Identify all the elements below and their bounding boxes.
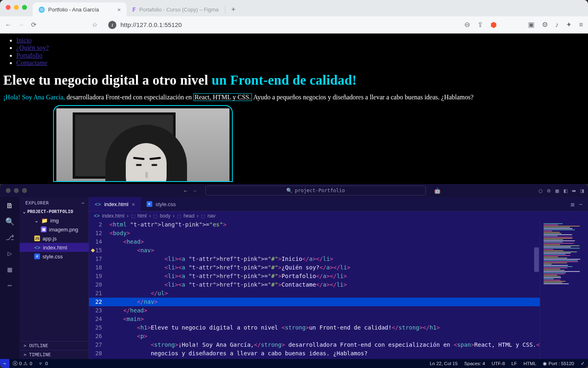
- code-line[interactable]: 23 </head>: [89, 306, 588, 315]
- url-bar[interactable]: i http://127.0.0.1:55120: [108, 21, 458, 29]
- bookmark-icon[interactable]: ☆: [92, 21, 98, 29]
- code-line[interactable]: 28 negocios y diseñadores a llevar a cab…: [89, 349, 588, 358]
- nav-quien[interactable]: ¿Quién soy?: [16, 44, 49, 51]
- tab-divider: [225, 6, 225, 13]
- outline-section[interactable]: > OUTLINE: [20, 341, 89, 350]
- minimap[interactable]: [540, 220, 588, 359]
- status-encoding[interactable]: UTF-8: [488, 361, 508, 366]
- code-line[interactable]: 19 <li><a "t-attr">href"t-pink">="#">Por…: [89, 272, 588, 280]
- url-text: http://127.0.0.1:55120: [120, 21, 182, 28]
- copilot-icon[interactable]: 🤖: [434, 188, 441, 194]
- breadcrumb[interactable]: <> index.html › ⬚html › ⬚body › ⬚head › …: [89, 211, 588, 220]
- search-icon[interactable]: 🔍: [5, 217, 14, 226]
- new-tab-button[interactable]: +: [226, 2, 241, 17]
- tree-file-indexhtml[interactable]: <> index.html: [20, 243, 89, 252]
- command-center[interactable]: 🔍 project-Portfolio: [205, 186, 426, 195]
- source-control-icon[interactable]: ⎇: [6, 233, 14, 242]
- account-icon[interactable]: ◯: [539, 187, 542, 194]
- site-info-icon[interactable]: i: [108, 21, 116, 29]
- code-line[interactable]: 20 <li><a "t-attr">href"t-pink">="#">Con…: [89, 280, 588, 289]
- nav-inicio[interactable]: Inicio: [16, 37, 31, 44]
- share-icon[interactable]: ⇪: [477, 20, 483, 29]
- extensions-icon[interactable]: ⚙: [542, 20, 548, 29]
- remote-indicator[interactable]: ⌁: [0, 359, 9, 368]
- back-button[interactable]: ←: [5, 21, 11, 29]
- tree-folder-img[interactable]: ⌄ 📁 img: [20, 216, 89, 225]
- code-line[interactable]: 24 <main>: [89, 315, 588, 323]
- close-icon[interactable]: ×: [131, 201, 135, 208]
- code-line[interactable]: 15 <nav>: [89, 246, 588, 255]
- layout-customizer-icon[interactable]: ▦: [555, 187, 559, 194]
- code-line[interactable]: 25 <h1>Eleve tu negocio digital a otro n…: [89, 323, 588, 332]
- extensions-icon[interactable]: ▦: [8, 265, 12, 274]
- code-line[interactable]: 27 <strong>¡Hola! Soy Ana García,</stron…: [89, 341, 588, 349]
- project-root[interactable]: ⌄ PROJECT-PORTFOLIO: [20, 207, 89, 216]
- browser-tab-portfolio[interactable]: 🌐 Portfolio - Ana García ×: [33, 2, 127, 16]
- code-line[interactable]: 12<body>: [89, 229, 588, 238]
- window-zoom-icon[interactable]: [22, 188, 27, 193]
- more-icon[interactable]: ⋯: [579, 201, 582, 207]
- window-minimize-icon[interactable]: [14, 188, 19, 193]
- explorer-icon[interactable]: 🗎: [6, 201, 13, 210]
- browser-tab-figma[interactable]: 𝔽 Portafolio - Curso (Copy) – Figma: [127, 2, 224, 16]
- code-editor[interactable]: 2<html "t-attr">lang"t-pink">="es">12<bo…: [89, 220, 588, 359]
- menu-icon[interactable]: ≡: [579, 21, 583, 29]
- file-tree: ⌄ 📁 img ▣ imagem.png JS app.js <> index.…: [20, 216, 89, 261]
- editor-tab-style[interactable]: # style.css: [141, 197, 182, 211]
- reload-button[interactable]: ⟳: [31, 21, 36, 29]
- layout-bottom-icon[interactable]: ▬: [572, 187, 575, 194]
- browser-tab-bar: 🌐 Portfolio - Ana García × 𝔽 Portafolio …: [0, 0, 588, 16]
- close-icon[interactable]: ×: [117, 6, 121, 13]
- settings-icon[interactable]: ⚙: [547, 187, 550, 194]
- tree-file-stylecss[interactable]: # style.css: [20, 252, 89, 261]
- webpage-content: Inicio ¿Quién soy? Portafolio Contactame…: [0, 34, 588, 184]
- layout-right-icon[interactable]: ◨: [581, 187, 584, 194]
- window-close-icon[interactable]: [6, 188, 11, 193]
- zoom-icon[interactable]: ⊖: [464, 20, 470, 29]
- media-icon[interactable]: ♪: [555, 21, 559, 29]
- run-debug-icon[interactable]: ▷: [8, 249, 12, 258]
- code-line[interactable]: 14 <head>: [89, 238, 588, 246]
- status-spaces[interactable]: Spaces: 4: [461, 361, 488, 366]
- explorer-label: EXPLORER: [25, 200, 49, 206]
- css-file-icon: #: [34, 254, 40, 259]
- tab-label: style.css: [156, 201, 176, 207]
- css-file-icon: #: [147, 201, 152, 207]
- rewards-icon[interactable]: ✦: [566, 20, 572, 29]
- code-line[interactable]: 22 </nav>: [89, 298, 588, 306]
- code-line[interactable]: 26 <p>: [89, 332, 588, 341]
- code-line[interactable]: 2<html "t-attr">lang"t-pink">="es">: [89, 220, 588, 229]
- nav-forward-icon[interactable]: →: [193, 187, 196, 194]
- brave-shield-icon[interactable]: ⬢: [490, 20, 497, 29]
- window-minimize-icon[interactable]: [14, 5, 19, 10]
- nav-portafolio[interactable]: Portafolio: [16, 52, 42, 59]
- tree-file-imagem[interactable]: ▣ imagem.png: [20, 225, 89, 234]
- split-editor-icon[interactable]: ▥: [571, 201, 574, 207]
- status-notifications[interactable]: ✓: [577, 361, 588, 366]
- status-lang[interactable]: HTML: [520, 361, 539, 366]
- nav-contactame[interactable]: Contactame: [16, 59, 47, 66]
- status-liveserver[interactable]: ◉ Port : 55120: [539, 361, 577, 366]
- status-cursor[interactable]: Ln 22, Col 15: [426, 361, 461, 366]
- code-line[interactable]: 21 </ul>: [89, 289, 588, 298]
- more-icon[interactable]: ⋯: [8, 281, 12, 289]
- code-line[interactable]: 18 <li><a "t-attr">href"t-pink">="#">¿Qu…: [89, 263, 588, 272]
- editor-tab-index[interactable]: <> index.html ×: [89, 197, 141, 211]
- scrollbar-thumb[interactable]: [534, 247, 539, 272]
- window-zoom-icon[interactable]: [22, 5, 27, 10]
- status-problems[interactable]: ⓧ0 ⚠0: [9, 361, 36, 367]
- explorer-sidebar: EXPLORER ⋯ ⌄ PROJECT-PORTFOLIO ⌄ 📁 img ▣…: [20, 197, 89, 359]
- code-line[interactable]: 17 <li><a "t-attr">href"t-pink">="#">Ini…: [89, 255, 588, 263]
- status-radio[interactable]: ᯤ0: [36, 361, 51, 366]
- more-icon[interactable]: ⋯: [82, 200, 85, 206]
- nav-back-icon[interactable]: ←: [184, 187, 187, 194]
- forward-button[interactable]: →: [18, 21, 24, 29]
- window-close-icon[interactable]: [6, 5, 11, 10]
- figma-icon: 𝔽: [132, 7, 136, 13]
- tree-file-appjs[interactable]: JS app.js: [20, 234, 89, 243]
- timeline-section[interactable]: > TIMELINE: [20, 350, 89, 359]
- layout-left-icon[interactable]: ◧: [564, 187, 567, 194]
- project-name: PROJECT-PORTFOLIO: [27, 209, 74, 214]
- pip-icon[interactable]: ▣: [528, 20, 535, 29]
- status-eol[interactable]: LF: [508, 361, 520, 366]
